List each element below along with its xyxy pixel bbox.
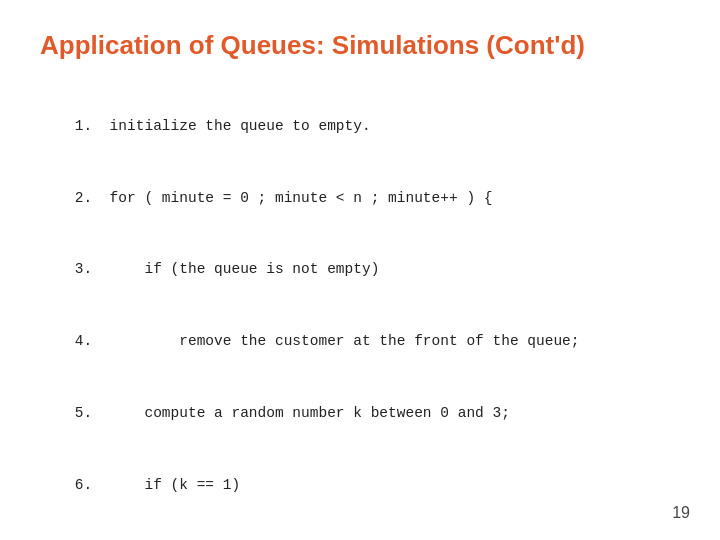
code-block: 1. initialize the queue to empty. 2. for… (40, 91, 680, 540)
code-line-6: 6. if (k == 1) (75, 477, 240, 493)
code-line-5: 5. compute a random number k between 0 a… (75, 405, 510, 421)
slide-container: Application of Queues: Simulations (Cont… (0, 0, 720, 540)
code-line-2: 2. for ( minute = 0 ; minute < n ; minut… (75, 190, 493, 206)
page-number: 19 (672, 504, 690, 522)
code-line-1: 1. initialize the queue to empty. (75, 118, 371, 134)
code-line-3: 3. if (the queue is not empty) (75, 261, 380, 277)
slide-title: Application of Queues: Simulations (Cont… (40, 30, 680, 61)
code-line-4: 4. remove the customer at the front of t… (75, 333, 580, 349)
